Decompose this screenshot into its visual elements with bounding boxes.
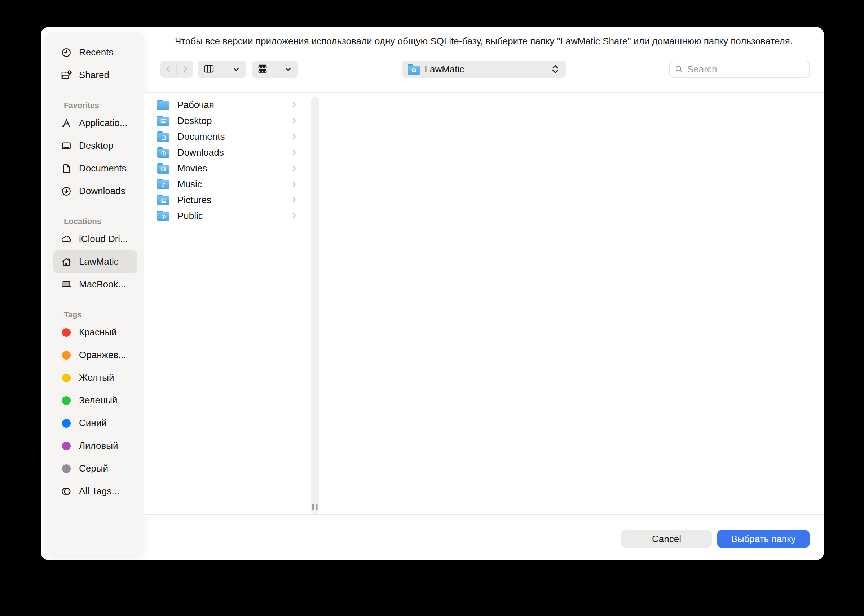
tag-color-dot [58,351,74,360]
tag-color-dot [58,374,74,382]
file-name: Music [177,179,202,190]
search-icon [674,64,684,74]
cancel-button[interactable]: Cancel [621,530,712,548]
sidebar-item-label: Желтый [79,372,114,383]
sidebar-section-header-favorites: Favorites [64,101,143,110]
sidebar-item-all-tags[interactable]: All Tags... [54,480,137,503]
group-view-icon [257,64,268,75]
sidebar-item-icloud-drive[interactable]: iCloud Dri... [54,228,137,250]
sidebar-item-tag-orange[interactable]: Оранжев... [54,344,137,366]
blue-folder-icon [157,132,169,142]
sidebar-item-label: Зеленый [79,395,118,406]
cloud-icon [58,234,74,245]
file-name: Рабочая [177,99,214,111]
chevron-right-icon [180,64,190,75]
column-resize-handle[interactable] [312,504,318,510]
file-name: Downloads [177,147,224,158]
sidebar-item-tag-purple[interactable]: Лиловый [54,434,137,457]
chevron-down-icon [284,65,292,74]
sidebar-item-downloads[interactable]: Downloads [54,180,137,203]
divider [143,514,824,515]
file-row-pictures[interactable]: Pictures [143,192,309,208]
chevron-right-icon [290,101,298,109]
sidebar-item-macbook[interactable]: MacBook... [54,273,137,296]
file-row-music[interactable]: ♪Music [143,176,309,192]
blue-folder-icon [157,100,169,110]
blue-folder-icon [157,163,169,174]
finder-sidebar: RecentsSharedFavoritesApplicatio...Deskt… [47,32,143,556]
home-icon [58,256,74,267]
sidebar-item-tag-gray[interactable]: Серый [54,457,137,480]
view-mode-button[interactable] [198,61,246,78]
file-name: Public [177,211,203,222]
chevron-down-icon [232,65,241,74]
download-circle-icon [58,186,74,197]
updown-chevron-icon [551,64,560,75]
file-column: РабочаяDesktopDocumentsDownloadsMovies♪M… [143,93,824,224]
blue-home-folder-icon [408,64,420,75]
file-name: Documents [177,131,225,142]
display-icon [58,140,74,151]
sidebar-item-label: Documents [79,163,126,174]
blue-folder-icon [157,147,169,158]
shared-folder-icon [58,70,74,81]
all-tags-icon [58,486,74,497]
sidebar-item-documents[interactable]: Documents [54,157,137,180]
document-icon [58,163,74,174]
file-row-desktop[interactable]: Desktop [143,113,309,129]
sidebar-item-tag-yellow[interactable]: Желтый [54,366,137,389]
file-name: Pictures [177,195,211,206]
sidebar-item-applications[interactable]: Applicatio... [54,112,137,134]
sidebar-item-label: LawMatic [79,256,119,267]
group-options-button[interactable] [252,61,298,78]
chevron-right-icon [290,148,298,156]
blue-folder-icon: ♪ [157,179,169,190]
sidebar-item-label: Красный [79,327,117,338]
chevron-left-icon [164,64,173,75]
tag-color-dot [58,464,74,473]
file-row-public[interactable]: Public [143,208,309,224]
sidebar-item-tag-green[interactable]: Зеленый [54,389,137,412]
sidebar-item-label: Лиловый [79,440,118,451]
file-row-rabochaya[interactable]: Рабочая [143,97,309,113]
chevron-right-icon [290,212,298,220]
current-folder-label: LawMatic [425,64,551,75]
sidebar-item-tag-red[interactable]: Красный [54,321,137,344]
file-name: Desktop [177,115,212,126]
chevron-right-icon [290,180,298,188]
sidebar-item-label: Applicatio... [79,118,127,129]
current-folder-dropdown[interactable]: LawMatic [402,61,566,78]
blue-folder-icon [157,211,169,221]
back-button[interactable] [161,61,177,78]
file-picker-dialog: RecentsSharedFavoritesApplicatio...Deskt… [41,27,824,560]
file-name: Movies [177,163,207,174]
sidebar-item-label: iCloud Dri... [79,233,128,245]
file-row-documents[interactable]: Documents [143,129,309,145]
blue-folder-icon [157,195,169,205]
confirm-button[interactable]: Выбрать папку [717,530,810,548]
chevron-right-icon [290,132,298,140]
file-row-movies[interactable]: Movies [143,160,309,176]
home-glyph [408,66,420,75]
history-nav-group [161,61,193,78]
app-store-icon [58,118,74,129]
sidebar-item-label: Синий [79,418,107,429]
sidebar-item-shared[interactable]: Shared [54,64,137,86]
search-input[interactable] [687,63,809,75]
sidebar-section-header-locations: Locations [64,217,143,226]
tag-color-dot [58,419,74,427]
laptop-icon [58,279,74,290]
tag-color-dot [58,328,74,337]
sidebar-item-label: Downloads [79,185,126,197]
sidebar-item-label: Shared [79,69,109,81]
chevron-right-icon [290,164,298,172]
tag-color-dot [58,396,74,405]
sidebar-item-label: Recents [79,47,113,58]
file-row-downloads[interactable]: Downloads [143,145,309,160]
column-scrollbar[interactable] [311,97,319,514]
sidebar-item-recents[interactable]: Recents [54,41,137,64]
sidebar-item-tag-blue[interactable]: Синий [54,412,137,434]
forward-button[interactable] [177,61,193,78]
sidebar-item-lawmatic-home[interactable]: LawMatic [54,250,137,273]
sidebar-item-desktop[interactable]: Desktop [54,134,137,157]
